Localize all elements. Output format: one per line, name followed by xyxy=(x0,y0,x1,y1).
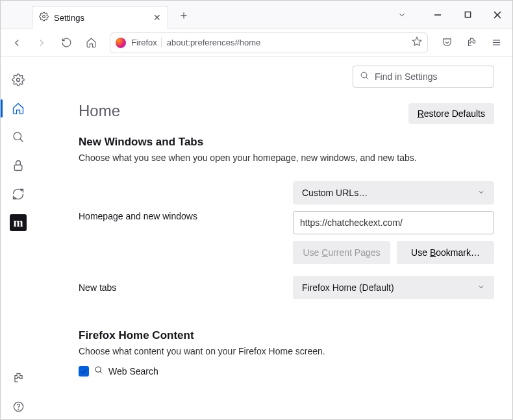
svg-line-11 xyxy=(20,139,23,142)
addons-nav-icon[interactable] xyxy=(5,365,31,391)
firefox-logo-icon xyxy=(116,38,126,48)
section-desc-new-windows: Choose what you see when you open your h… xyxy=(79,153,494,163)
close-window-button[interactable] xyxy=(482,1,512,29)
websearch-label: Web Search xyxy=(108,366,158,377)
maximize-button[interactable] xyxy=(453,1,482,29)
dropdown-value: Firefox Home (Default) xyxy=(302,282,394,293)
homepage-url-input[interactable] xyxy=(293,211,494,234)
svg-point-10 xyxy=(14,132,21,140)
svg-rect-12 xyxy=(14,165,22,170)
chevron-down-icon xyxy=(477,188,485,198)
gear-icon xyxy=(39,12,49,23)
back-button[interactable] xyxy=(7,33,27,53)
section-desc-fhc: Choose what content you want on your Fir… xyxy=(79,346,494,356)
svg-point-14 xyxy=(18,409,19,410)
homepage-mode-dropdown[interactable]: Custom URLs… xyxy=(293,181,494,204)
newtabs-dropdown[interactable]: Firefox Home (Default) xyxy=(293,276,494,299)
websearch-checkbox[interactable] xyxy=(79,366,89,377)
titlebar: Settings ✕ ＋ xyxy=(1,1,512,29)
svg-point-17 xyxy=(95,367,101,372)
svg-point-9 xyxy=(17,79,20,82)
section-title-new-windows: New Windows and Tabs xyxy=(79,136,494,149)
homepage-label: Homepage and new windows xyxy=(79,181,293,221)
general-nav-icon[interactable] xyxy=(5,67,31,93)
svg-rect-2 xyxy=(465,12,470,17)
privacy-nav-icon[interactable] xyxy=(5,153,31,179)
more-nav-icon[interactable]: m xyxy=(5,210,31,236)
dropdown-value: Custom URLs… xyxy=(302,188,368,198)
tab-title: Settings xyxy=(54,13,84,23)
browser-tab[interactable]: Settings ✕ xyxy=(32,6,168,29)
pocket-icon[interactable] xyxy=(437,33,457,53)
search-icon xyxy=(94,365,103,377)
url-identity: Firefox xyxy=(131,38,162,47)
search-placeholder: Find in Settings xyxy=(375,71,438,82)
svg-line-16 xyxy=(366,77,368,79)
url-address: about:preferences#home xyxy=(167,38,407,47)
minimize-button[interactable] xyxy=(423,1,453,29)
forward-button[interactable] xyxy=(32,33,51,53)
home-nav-icon[interactable] xyxy=(5,95,31,121)
nav-toolbar: Firefox about:preferences#home xyxy=(1,29,512,56)
sync-nav-icon[interactable] xyxy=(5,181,31,207)
tabs-dropdown-icon[interactable] xyxy=(390,10,414,19)
bookmark-star-icon[interactable] xyxy=(412,36,422,49)
use-bookmark-button[interactable]: Use Bookmark… xyxy=(397,241,494,264)
svg-point-15 xyxy=(361,72,367,78)
app-menu-icon[interactable] xyxy=(486,33,506,53)
chevron-down-icon xyxy=(477,283,485,293)
use-current-pages-button[interactable]: Use Current Pages xyxy=(293,241,390,264)
search-icon xyxy=(360,71,369,82)
settings-content: Find in Settings Home Restore Defaults N… xyxy=(36,56,512,419)
close-tab-icon[interactable]: ✕ xyxy=(153,12,161,23)
restore-defaults-button[interactable]: Restore Defaults xyxy=(408,103,494,124)
section-title-fhc: Firefox Home Content xyxy=(79,329,494,342)
search-nav-icon[interactable] xyxy=(5,124,31,150)
svg-line-18 xyxy=(100,371,102,373)
help-nav-icon[interactable] xyxy=(5,393,31,419)
settings-sidebar: m xyxy=(1,56,36,419)
url-bar[interactable]: Firefox about:preferences#home xyxy=(110,32,428,53)
reload-button[interactable] xyxy=(56,33,76,53)
newtabs-label: New tabs xyxy=(79,282,293,293)
new-tab-button[interactable]: ＋ xyxy=(175,6,193,24)
find-in-settings-input[interactable]: Find in Settings xyxy=(353,66,494,88)
svg-marker-5 xyxy=(412,37,421,45)
extensions-icon[interactable] xyxy=(462,33,481,53)
home-button[interactable] xyxy=(81,33,101,53)
svg-point-0 xyxy=(43,16,45,18)
